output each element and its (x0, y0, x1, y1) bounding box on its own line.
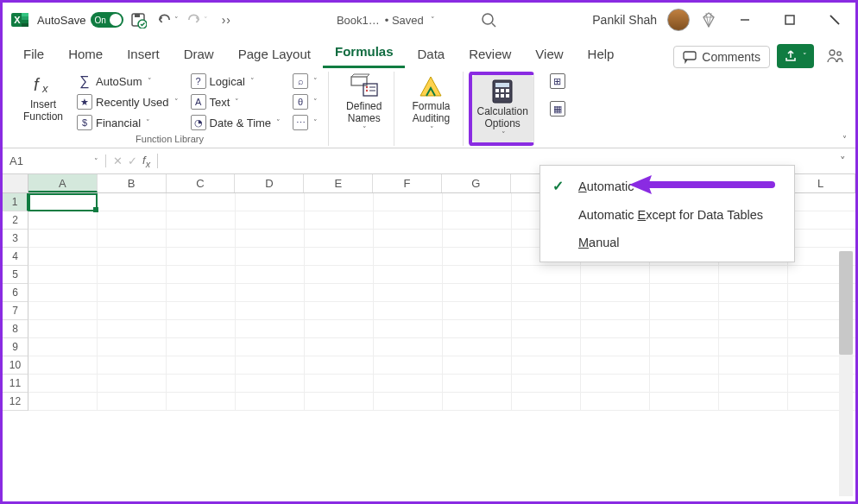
cell[interactable] (443, 284, 512, 302)
qat-overflow[interactable]: ›› (215, 9, 237, 31)
user-name[interactable]: Pankil Shah (592, 13, 657, 27)
cell[interactable] (236, 375, 305, 393)
cell[interactable] (374, 193, 443, 211)
cell[interactable] (719, 356, 788, 375)
tab-view[interactable]: View (523, 40, 575, 68)
cell[interactable] (581, 393, 650, 411)
cell[interactable] (28, 302, 98, 320)
tab-insert[interactable]: Insert (115, 40, 172, 68)
cell[interactable] (236, 193, 305, 211)
cell[interactable] (305, 393, 374, 411)
financial-button[interactable]: $Financial˅ (73, 113, 182, 132)
cell[interactable] (374, 230, 443, 248)
cell[interactable] (305, 248, 374, 266)
cell[interactable] (650, 338, 719, 356)
row-header[interactable]: 9 (3, 338, 28, 356)
save-icon[interactable] (127, 9, 149, 31)
cell[interactable] (167, 284, 236, 302)
formula-expand-button[interactable]: ˅ (830, 154, 855, 167)
calculation-options-button[interactable]: Calculation Options˅ (472, 75, 533, 142)
tab-data[interactable]: Data (405, 40, 457, 68)
tab-home[interactable]: Home (56, 40, 115, 68)
cell[interactable] (28, 356, 98, 375)
cell[interactable] (650, 356, 719, 375)
cell[interactable] (167, 302, 236, 320)
cell[interactable] (512, 375, 581, 393)
menu-manual[interactable]: Manual (540, 229, 794, 256)
cell[interactable] (236, 320, 305, 338)
maximize-button[interactable] (773, 7, 807, 33)
cell[interactable] (236, 356, 305, 375)
cell[interactable] (512, 338, 581, 356)
cell[interactable] (788, 193, 857, 211)
cell[interactable] (167, 211, 236, 230)
cell[interactable] (305, 284, 374, 302)
cell[interactable] (581, 320, 650, 338)
row-header[interactable]: 2 (3, 211, 28, 230)
cell[interactable] (443, 338, 512, 356)
cell[interactable] (443, 356, 512, 375)
cell[interactable] (305, 266, 374, 284)
cell[interactable] (788, 211, 857, 230)
cell[interactable] (98, 338, 167, 356)
tab-formulas[interactable]: Formulas (323, 37, 406, 68)
text-button[interactable]: AText˅ (187, 92, 285, 111)
cell[interactable] (374, 284, 443, 302)
cell[interactable] (167, 356, 236, 375)
row-header[interactable]: 4 (3, 248, 28, 266)
tab-draw[interactable]: Draw (172, 40, 226, 68)
math-button[interactable]: θ˅ (289, 92, 321, 111)
cell[interactable] (28, 375, 98, 393)
tab-file[interactable]: File (11, 40, 56, 68)
cell[interactable] (374, 338, 443, 356)
cell[interactable] (374, 211, 443, 230)
cancel-formula-icon[interactable]: ✕ (113, 154, 123, 167)
cell[interactable] (167, 266, 236, 284)
cell[interactable] (512, 302, 581, 320)
logical-button[interactable]: ?Logical˅ (187, 72, 285, 91)
cell[interactable] (650, 375, 719, 393)
col-header[interactable]: B (98, 174, 167, 192)
cell[interactable] (512, 356, 581, 375)
cell[interactable] (305, 211, 374, 230)
autosave-toggle[interactable]: AutoSave On (37, 12, 123, 28)
cell[interactable] (28, 284, 98, 302)
cell[interactable] (28, 230, 98, 248)
cell[interactable] (374, 248, 443, 266)
autosum-button[interactable]: ∑AutoSum˅ (73, 72, 182, 91)
col-header[interactable]: L (786, 174, 855, 192)
cell[interactable] (167, 338, 236, 356)
row-header[interactable]: 7 (3, 302, 28, 320)
cell[interactable] (443, 302, 512, 320)
cell[interactable] (236, 302, 305, 320)
tab-help[interactable]: Help (576, 40, 627, 68)
cell[interactable] (98, 266, 167, 284)
document-status[interactable]: • Saved (385, 14, 424, 27)
cell[interactable] (98, 230, 167, 248)
cell[interactable] (98, 211, 167, 230)
cell[interactable] (236, 284, 305, 302)
avatar[interactable] (667, 9, 690, 31)
cell[interactable] (719, 302, 788, 320)
calculate-sheet-button[interactable]: ▦ (546, 99, 569, 118)
cell[interactable] (28, 320, 98, 338)
accept-formula-icon[interactable]: ✓ (128, 154, 137, 167)
vertical-scrollbar[interactable] (839, 251, 853, 496)
row-header[interactable]: 12 (3, 393, 28, 411)
row-header[interactable]: 1 (3, 193, 28, 211)
cell[interactable] (236, 211, 305, 230)
name-box[interactable]: A1 ˅ (3, 154, 106, 167)
insert-function-button[interactable]: fx Insert Function (18, 72, 68, 125)
cell[interactable] (98, 356, 167, 375)
cell[interactable] (374, 302, 443, 320)
cell[interactable] (443, 393, 512, 411)
cell[interactable] (581, 266, 650, 284)
fx-icon[interactable]: fx (142, 154, 150, 169)
cell[interactable] (443, 193, 512, 211)
cell[interactable] (374, 266, 443, 284)
cell[interactable] (305, 230, 374, 248)
cell[interactable] (650, 284, 719, 302)
cell[interactable] (28, 393, 98, 411)
menu-automatic-except[interactable]: Automatic Except for Data Tables (540, 201, 794, 229)
teams-icon[interactable] (823, 44, 847, 68)
